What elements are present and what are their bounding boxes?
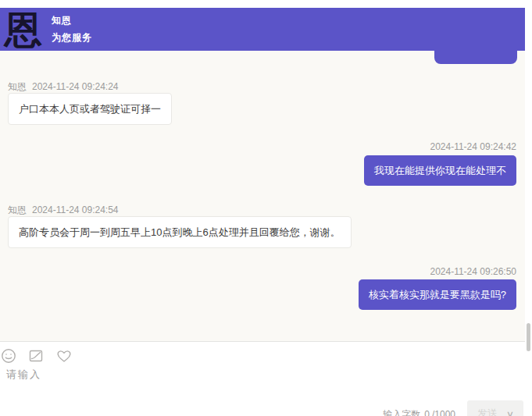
chat-widget: 恩 知恩 为您服务 知恩2024-11-24 09:24:24 户口本本人页或者…: [0, 0, 532, 416]
char-limit: /1000: [432, 409, 455, 416]
char-counter: 输入字数0/1000: [383, 408, 455, 416]
image-upload-icon[interactable]: [28, 348, 44, 364]
heart-icon[interactable]: [55, 348, 71, 364]
header-bar: 恩 知恩 为您服务: [0, 8, 525, 51]
brand-logo: 恩: [5, 11, 42, 48]
send-button[interactable]: 发送 ∨: [467, 400, 523, 416]
send-button-label: 发送: [477, 407, 498, 416]
chat-message-list[interactable]: 知恩2024-11-24 09:24:24 户口本本人页或者驾驶证可择一 202…: [0, 51, 525, 341]
partial-message-bubble: [434, 51, 517, 64]
user-message-bubble: 核实着核实那就是要黑款是吗?: [359, 279, 516, 310]
message-meta: 2024-11-24 09:26:50: [430, 266, 516, 277]
brand-name: 知恩: [52, 14, 92, 27]
message-timestamp: 2024-11-24 09:24:24: [32, 81, 119, 92]
message-timestamp: 2024-11-24 09:24:54: [32, 204, 119, 215]
emoji-smiley-icon[interactable]: [1, 348, 16, 364]
brand-block: 知恩 为您服务: [52, 14, 92, 44]
agent-message-bubble: 高阶专员会于周一到周五早上10点到晚上6点处理并且回覆给您，谢谢。: [8, 216, 352, 248]
message-meta: 知恩2024-11-24 09:24:24: [8, 80, 119, 94]
message-timestamp: 2024-11-24 09:24:42: [430, 141, 516, 152]
composer-toolbar: [1, 348, 71, 364]
char-counter-label: 输入字数: [383, 409, 420, 416]
message-timestamp: 2024-11-24 09:26:50: [430, 266, 516, 277]
chevron-down-icon[interactable]: ∨: [506, 409, 514, 416]
message-input[interactable]: 请输入: [6, 368, 397, 383]
composer-panel: 请输入 输入字数0/1000 发送 ∨: [0, 341, 532, 416]
sender-name: 知恩: [8, 81, 27, 92]
scrollbar-track[interactable]: [525, 0, 532, 416]
brand-tagline: 为您服务: [52, 31, 92, 44]
message-meta: 知恩2024-11-24 09:24:54: [8, 204, 119, 217]
message-meta: 2024-11-24 09:24:42: [430, 141, 516, 152]
sender-name: 知恩: [8, 204, 27, 215]
scrollbar-thumb[interactable]: [527, 323, 530, 351]
char-count-value: 0: [424, 409, 430, 416]
user-message-bubble: 我现在能提供你现在能处理不: [364, 155, 516, 186]
composer-footer: 输入字数0/1000 发送 ∨: [383, 400, 523, 416]
agent-message-bubble: 户口本本人页或者驾驶证可择一: [8, 93, 172, 125]
